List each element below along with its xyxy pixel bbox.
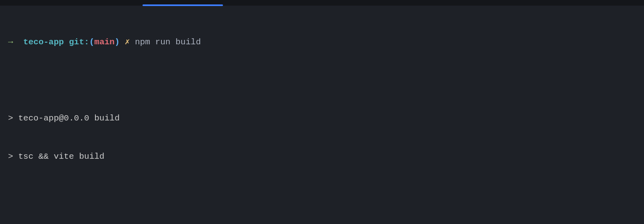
prompt-app-name: teco-app [23, 37, 64, 47]
tab-bar [0, 0, 644, 6]
terminal-output[interactable]: → teco-app git:(main) ✗ npm run build > … [0, 6, 644, 224]
prompt-dirty-icon: ✗ [125, 37, 130, 47]
blank-line [8, 74, 636, 87]
blank-line [8, 188, 636, 201]
npm-output-line-1: > teco-app@0.0.0 build [8, 112, 636, 125]
prompt-branch: main [94, 37, 114, 47]
npm-output-line-2: > tsc && vite build [8, 150, 636, 163]
command-text: npm run build [135, 37, 201, 47]
prompt-git-label: git: [69, 37, 89, 47]
prompt-paren-open: ( [89, 37, 95, 47]
active-tab-indicator [142, 4, 223, 6]
prompt-arrow-icon: → [8, 37, 13, 47]
prompt-line: → teco-app git:(main) ✗ npm run build [8, 36, 636, 49]
prompt-paren-close: ) [115, 37, 120, 47]
